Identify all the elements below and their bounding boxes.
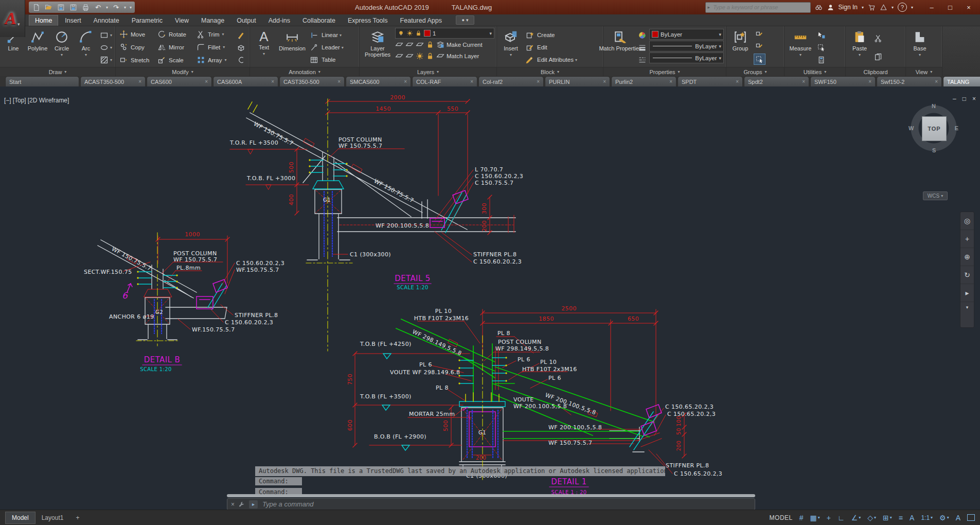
orbit-icon[interactable]: ↻ xyxy=(960,266,974,284)
undo-caret[interactable]: ▾ xyxy=(106,5,108,10)
file-tab[interactable]: CAS600× xyxy=(147,76,212,86)
layout1-tab[interactable]: Layout1 xyxy=(35,512,70,523)
panel-label-clipboard[interactable]: Clipboard xyxy=(846,67,905,76)
layer-off-icon[interactable] xyxy=(395,41,403,49)
command-customize-wrench-icon[interactable] xyxy=(238,501,245,508)
drawing-minimize-button[interactable]: – xyxy=(953,95,956,102)
drawing-close-button[interactable]: × xyxy=(972,95,976,102)
close-tab-icon[interactable]: × xyxy=(337,79,341,84)
viewcube-east[interactable]: E xyxy=(955,125,958,131)
match-properties-button[interactable]: Match Properties xyxy=(605,28,635,67)
panel-label-block[interactable]: Block▾ xyxy=(497,67,603,76)
layer-thaw-icon[interactable] xyxy=(416,52,424,60)
edit-attributes-button[interactable]: Edit Attributes▾ xyxy=(524,55,601,65)
file-tab[interactable]: SMCAS600× xyxy=(346,76,411,86)
clean-screen-icon[interactable] xyxy=(967,514,975,521)
file-tab[interactable]: ACAST350-500× xyxy=(80,76,146,86)
help-caret[interactable]: ▾ xyxy=(911,5,913,10)
panel-label-draw[interactable]: Draw▾ xyxy=(0,67,115,76)
object-snap-icon[interactable]: ⊞▾ xyxy=(883,514,892,522)
table-button[interactable]: Table xyxy=(309,55,354,65)
command-window-grip[interactable] xyxy=(227,494,755,497)
tab-featured-apps[interactable]: Featured Apps xyxy=(395,15,448,26)
circle-button[interactable]: Circle▾ xyxy=(50,28,73,67)
pan-icon[interactable]: + xyxy=(960,230,974,248)
command-close-icon[interactable]: × xyxy=(231,501,235,508)
drawing-restore-button[interactable]: □ xyxy=(963,95,966,102)
polar-tracking-icon[interactable]: ∠▾ xyxy=(851,514,861,522)
command-line[interactable]: × ▸ xyxy=(227,498,755,510)
save-button[interactable] xyxy=(57,3,65,12)
grid-icon[interactable]: # xyxy=(799,514,804,522)
dimension-button[interactable]: Dimension xyxy=(277,28,307,67)
tab-annotate[interactable]: Annotate xyxy=(88,15,125,26)
copy-clip-button[interactable] xyxy=(873,51,884,62)
paste-button[interactable]: Paste▾ xyxy=(848,28,871,67)
viewcube[interactable]: N W E S TOP xyxy=(910,104,958,152)
arc-caret[interactable]: ▾ xyxy=(85,52,87,57)
model-space-button[interactable]: MODEL xyxy=(770,514,793,521)
tab-output[interactable]: Output xyxy=(231,15,262,26)
annotation-scale-button[interactable]: 1:1▾ xyxy=(921,514,933,521)
annotation-monitor-icon[interactable]: A xyxy=(956,514,960,522)
linetype-list-icon[interactable] xyxy=(637,55,648,65)
viewport-minimize-control[interactable]: [−] xyxy=(4,97,11,104)
ortho-icon[interactable]: ∟ xyxy=(838,514,845,522)
explode-button[interactable] xyxy=(236,42,246,52)
make-current-icon[interactable] xyxy=(436,41,444,49)
tab-view[interactable]: View xyxy=(169,15,194,26)
viewport-view-control[interactable]: [Top] xyxy=(13,97,26,104)
viewcube-south[interactable]: S xyxy=(932,147,936,153)
tab-parametric[interactable]: Parametric xyxy=(126,15,168,26)
close-tab-icon[interactable]: × xyxy=(404,79,407,84)
layer-unlock-icon[interactable] xyxy=(426,52,434,60)
stretch-button[interactable]: Stretch xyxy=(118,56,156,64)
linetype-select[interactable]: ByLayer▾ xyxy=(649,52,724,63)
maximize-button[interactable]: □ xyxy=(941,1,959,14)
command-input[interactable] xyxy=(261,500,751,509)
group-selection-toggle[interactable] xyxy=(754,54,765,65)
annotation-visibility-icon[interactable]: A xyxy=(910,514,914,522)
trim-button[interactable]: Trim▾ xyxy=(195,30,234,39)
lineweight-icon[interactable]: ≡ xyxy=(899,514,903,522)
layer-properties-button[interactable]: Layer Properties xyxy=(362,28,394,67)
fillet-button[interactable]: Fillet▾ xyxy=(195,43,234,51)
workspace-switching-icon[interactable]: ⚙▾ xyxy=(939,514,949,522)
measure-button[interactable]: Measure▾ xyxy=(787,28,814,67)
ribbon-display-toggle[interactable]: ●▾ xyxy=(456,15,474,25)
edit-block-button[interactable]: Edit xyxy=(524,42,601,52)
redo-caret[interactable]: ▾ xyxy=(124,5,126,10)
mirror-button[interactable]: Mirror xyxy=(156,43,195,51)
tab-home[interactable]: Home xyxy=(29,15,58,26)
polyline-button[interactable]: Polyline xyxy=(26,28,49,67)
close-tab-icon[interactable]: × xyxy=(603,79,606,84)
leader-button[interactable]: Leader▾ xyxy=(309,42,354,52)
close-tab-icon[interactable]: × xyxy=(935,79,938,84)
lineweight-select[interactable]: ByLayer▾ xyxy=(649,41,724,51)
file-tab[interactable]: SPDT× xyxy=(678,76,743,86)
rectangle-button[interactable]: ▾ xyxy=(99,30,113,40)
app-store-cart-icon[interactable] xyxy=(868,4,876,11)
recent-commands-icon[interactable]: ▸ xyxy=(249,500,258,509)
share-icon[interactable] xyxy=(880,4,887,11)
file-tab[interactable]: SWF150× xyxy=(810,76,876,86)
new-file-button[interactable] xyxy=(32,3,41,12)
close-tab-icon[interactable]: × xyxy=(470,79,473,84)
minimize-button[interactable]: – xyxy=(922,1,941,14)
showmotion-icon[interactable]: ▸ xyxy=(960,284,974,302)
close-tab-icon[interactable]: × xyxy=(868,79,871,84)
lineweight-list-icon[interactable] xyxy=(637,42,648,52)
viewcube-top-face[interactable]: TOP xyxy=(922,116,947,141)
steering-wheel-icon[interactable]: ◎ xyxy=(960,212,974,230)
cut-button[interactable] xyxy=(873,33,884,43)
file-tab[interactable]: Spdt2× xyxy=(744,76,809,86)
snap-icon[interactable]: ▦▾ xyxy=(810,514,820,522)
base-button[interactable]: Base▾ xyxy=(908,28,932,67)
copy-button[interactable]: Copy xyxy=(118,43,156,51)
close-tab-icon[interactable]: × xyxy=(138,79,141,84)
viewcube-north[interactable]: N xyxy=(932,103,936,109)
undo-button[interactable]: ↶ xyxy=(94,3,102,12)
panel-label-groups[interactable]: Groups▾ xyxy=(726,67,784,76)
layer-on-icon[interactable] xyxy=(395,52,403,60)
tab-collaborate[interactable]: Collaborate xyxy=(297,15,341,26)
